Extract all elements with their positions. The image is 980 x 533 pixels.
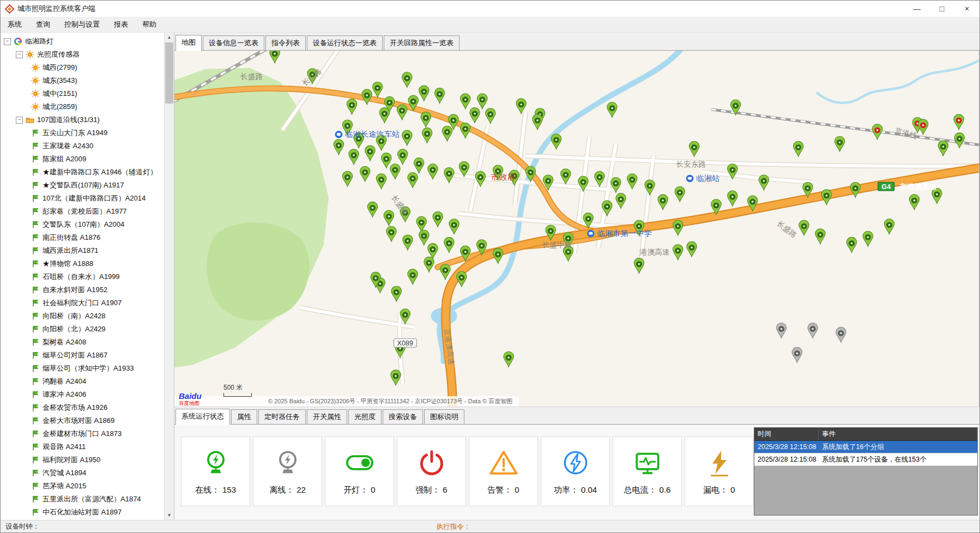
tree-item[interactable]: ★交警队西(107南) A1917 (1, 179, 164, 192)
scroll-up-arrow[interactable]: ▲ (165, 33, 174, 42)
tree-item[interactable]: 城中(2151) (1, 87, 164, 100)
tab-system-status[interactable]: 系统运行状态 (176, 409, 230, 425)
tab-command-list[interactable]: 指令列表 (265, 35, 306, 50)
tree-root[interactable]: −临湘路灯 (1, 35, 164, 48)
tree-expand-box[interactable]: − (16, 117, 23, 124)
event-row[interactable]: 2025/3/28 12:15:08系统加载了175个设备，在线153个 (754, 453, 977, 466)
map[interactable]: 长盛路长白路临湘长途汽车站市政府长安东路临湘站京港线G4京港澳高速临湘市第一中学… (174, 51, 979, 407)
menu-help[interactable]: 帮助 (135, 17, 164, 32)
tree-item[interactable]: 金桥大市场对面 A1869 (1, 414, 164, 427)
baidu-logo: Baidu 百度地图 (179, 392, 202, 406)
tab-device-info-list[interactable]: 设备信息一览表 (203, 35, 264, 50)
tree-item-label: 自来水斜对面 A1952 (43, 285, 107, 295)
event-row[interactable]: 2025/3/28 12:15:08系统加载了16个分组 (754, 441, 977, 453)
tree-item[interactable]: 城西派出所A1871 (1, 244, 164, 257)
sun-sensor-icon (26, 50, 34, 59)
tree-item[interactable]: 陈家组 A2009 (1, 153, 164, 166)
menu-query[interactable]: 查询 (29, 17, 57, 32)
tree-item[interactable]: 彭家巷（党校后面）A1977 (1, 205, 164, 218)
event-col-time[interactable]: 时间 (754, 428, 819, 440)
tree-item-label: 谭家冲 A2406 (43, 390, 86, 399)
device-flag-icon (31, 456, 40, 464)
tree-item[interactable]: 五尖山大门东 A1949 (1, 126, 164, 140)
tab-map[interactable]: 地图 (176, 35, 202, 51)
tree-item[interactable]: 五里派出所（富源汽配）A1874 (1, 493, 164, 506)
tree-item[interactable]: 城北(2859) (1, 100, 164, 113)
map-canvas[interactable]: 长盛路长白路临湘长途汽车站市政府长安东路临湘站京港线G4京港澳高速临湘市第一中学… (174, 51, 979, 407)
event-col-event[interactable]: 事件 (819, 428, 977, 440)
tree-item[interactable]: 城东(3543) (1, 74, 164, 87)
tree-item[interactable]: 梨树巷 A2408 (1, 336, 164, 349)
tree-item[interactable]: 金桥农贸市场 A1926 (1, 401, 164, 414)
tab-icon-legend[interactable]: 图标说明 (424, 409, 464, 424)
menu-report[interactable]: 报表 (107, 17, 135, 32)
map-attribution: © 2025 Baidu - GS(2023)3206号 - 甲测资字11111… (174, 396, 519, 407)
tree-item[interactable]: 鸿翻巷 A2404 (1, 375, 164, 388)
tab-device-status-list[interactable]: 设备运行状态一览表 (307, 35, 383, 50)
tree-item[interactable]: 福利院对面 A1950 (1, 453, 164, 467)
folder-icon (26, 116, 34, 124)
tree-item-label: 社会福利院大门口 A1907 (43, 298, 122, 308)
tree-item[interactable]: 向阳桥（北）A2429 (1, 323, 164, 336)
tree-group-1[interactable]: −光照度传感器 (1, 48, 164, 61)
tree-item[interactable]: 金桥建材市场门口 A1873 (1, 427, 164, 440)
card-forced: 强制：6 (397, 437, 466, 506)
tab-illuminance[interactable]: 光照度 (348, 409, 382, 424)
tree-scrollbar[interactable]: ▲ ▼ (164, 33, 174, 520)
map-label: 临湘站 (686, 174, 719, 183)
tab-search-device[interactable]: 搜索设备 (383, 409, 423, 424)
sun-sensor-icon (31, 102, 40, 111)
card-alarm: 告警：0 (469, 437, 538, 506)
lights-on-icon (345, 448, 374, 480)
tab-properties[interactable]: 属性 (231, 409, 257, 424)
tree-item-label: ★交警队西(107南) A1917 (43, 180, 124, 190)
tab-timer-tasks[interactable]: 定时器任务 (258, 409, 306, 424)
device-flag-icon (31, 416, 40, 425)
menu-bar: 系统查询控制与设置报表帮助 (1, 17, 979, 33)
tree-expand-box[interactable]: − (4, 38, 11, 45)
online-icon (201, 448, 231, 480)
scroll-down-arrow[interactable]: ▼ (165, 511, 174, 520)
tree-item[interactable]: 谭家冲 A2406 (1, 388, 164, 401)
tree-item[interactable]: 向阳桥（南）A2428 (1, 310, 164, 323)
tree-item-label: 金桥建材市场门口 A1873 (43, 429, 122, 439)
tree-item[interactable]: 中石化加油站对面 A1897 (1, 506, 164, 519)
tree-item[interactable]: 南正街转盘 A1876 (1, 231, 164, 244)
device-flag-icon (31, 377, 40, 386)
svg-text:临湘市第一中学: 临湘市第一中学 (597, 229, 652, 238)
tree-item[interactable]: 芭茅塘 A2015 (1, 480, 164, 493)
tree-item[interactable]: 107北（建新中路路口西）A2014 (1, 192, 164, 205)
tree-item[interactable]: 烟草公司（求知中学）A1933 (1, 362, 164, 375)
tree-group-2[interactable]: −107国道沿线(31/31) (1, 113, 164, 126)
tree-item[interactable]: 自来水斜对面 A1952 (1, 283, 164, 296)
menu-system[interactable]: 系统 (1, 17, 29, 32)
tree-item[interactable]: ★建新中路路口东 A1946（辅道灯） (1, 166, 164, 179)
device-flag-icon (31, 312, 40, 320)
tree-item-label: 观音路 A2411 (43, 442, 86, 452)
baidu-logo-text: Baidu (179, 392, 202, 400)
sun-sensor-icon (31, 76, 40, 85)
tree-item-label: 金桥农贸市场 A1926 (43, 403, 107, 413)
tree-item[interactable]: 社会福利院大门口 A1907 (1, 296, 164, 310)
card-label: 总电流： (624, 485, 657, 495)
tree-item[interactable]: 汽贸城 A1894 (1, 467, 164, 480)
tree-item[interactable]: 王家珑巷 A2430 (1, 140, 164, 153)
tree-item-label: 交警队东（107南）A2004 (43, 220, 124, 229)
tree-item[interactable]: 城西(2799) (1, 61, 164, 74)
scroll-thumb[interactable] (165, 43, 173, 104)
close-button[interactable]: × (954, 1, 979, 17)
tab-switch-props[interactable]: 开关属性 (307, 409, 347, 424)
maximize-button[interactable]: □ (929, 1, 954, 17)
tree-item[interactable]: 交警队东（107南）A2004 (1, 218, 164, 231)
minimize-button[interactable]: — (904, 1, 929, 17)
card-label: 强制： (415, 485, 440, 495)
tree-item[interactable]: ★博物馆 A1888 (1, 257, 164, 270)
title-bar: 城市照明监控系统客户端 — □ × (1, 1, 979, 17)
svg-text:市政府: 市政府 (491, 173, 516, 181)
tree-expand-box[interactable]: − (16, 51, 23, 58)
tree-item[interactable]: 观音路 A2411 (1, 440, 164, 453)
tree-item[interactable]: 烟草公司对面 A1867 (1, 349, 164, 362)
tab-switch-loop-list[interactable]: 开关回路属性一览表 (384, 35, 459, 50)
tree-item[interactable]: 石咀桥（自来水）A1999 (1, 270, 164, 283)
menu-control-settings[interactable]: 控制与设置 (57, 17, 107, 32)
